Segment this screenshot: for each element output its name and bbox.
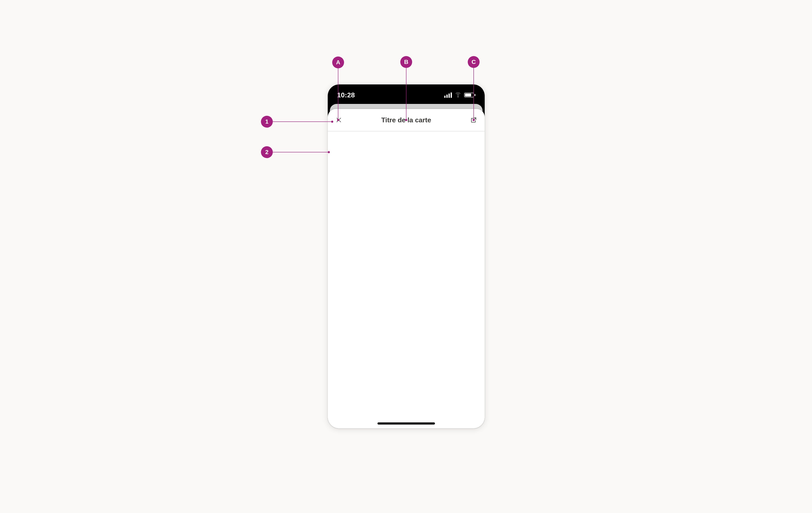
callout-label: 2: [265, 149, 268, 156]
callout-badge-b: B: [400, 56, 412, 68]
callout-endpoint: [328, 151, 330, 153]
callout-line: [273, 122, 332, 122]
wifi-icon: [455, 93, 461, 97]
callout-badge-1: 1: [261, 116, 273, 128]
home-indicator[interactable]: [377, 423, 435, 425]
status-icons: [444, 92, 475, 98]
cellular-icon: [444, 92, 452, 98]
callout-endpoint: [473, 119, 475, 121]
callout-label: A: [336, 59, 340, 66]
diagram-canvas: A B C 1 2 10:28: [0, 0, 812, 513]
card-body: [328, 131, 485, 428]
callout-badge-a: A: [332, 56, 344, 69]
callout-line: [338, 69, 338, 120]
callout-badge-2: 2: [261, 146, 273, 158]
callout-label: B: [404, 59, 408, 65]
callout-label: C: [471, 59, 476, 65]
modal-card: Titre de la carte: [328, 109, 485, 428]
phone-frame: 10:28: [328, 84, 485, 428]
callout-endpoint: [405, 119, 407, 121]
callout-endpoint: [337, 119, 339, 121]
callout-endpoint: [331, 120, 333, 123]
callout-badge-c: C: [468, 56, 480, 68]
callout-line: [273, 152, 328, 152]
status-time: 10:28: [337, 91, 355, 99]
callout-line: [406, 68, 406, 120]
callout-label: 1: [265, 118, 268, 125]
callout-line: [473, 68, 474, 120]
